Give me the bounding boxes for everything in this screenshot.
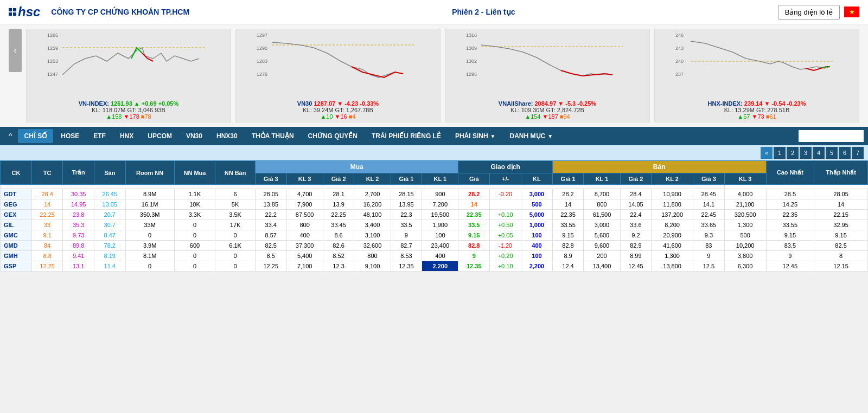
td-gia: 82.8 [458, 241, 490, 251]
td-gia: 22.35 [458, 210, 490, 220]
td-nn-ban: 6.1K [215, 241, 256, 251]
td-tc: 22.25 [31, 210, 63, 220]
td-gia1-b: 9.15 [552, 230, 584, 241]
nav-upcom[interactable]: UPCOM [141, 129, 178, 143]
nav-hnx[interactable]: HNX [113, 129, 140, 143]
page-btn-5[interactable]: 5 [826, 147, 838, 159]
td-kl2-m: 2,700 [354, 189, 391, 199]
page-btn-6[interactable]: 6 [839, 147, 851, 159]
th-ban: Bán [552, 161, 766, 173]
td-nn-ban: 0 [215, 230, 256, 241]
td-room-nn: 8.9M [125, 189, 174, 199]
svg-text:1247: 1247 [47, 72, 58, 77]
td-thap: 82.5 [814, 241, 868, 251]
nav-vn30[interactable]: VN30 [180, 129, 209, 143]
nav-search-input[interactable] [799, 130, 864, 142]
td-tc: 8.8 [31, 251, 63, 261]
th-gia1-b: Giá 1 [552, 173, 584, 185]
vnall-info: VNAllShare: 2084.97 ▼ -5.3 -0.25% KL: 10… [448, 100, 647, 120]
th-tc: TC [31, 161, 63, 185]
td-kl1-m: 900 [422, 189, 458, 199]
td-pm: -1.20 [490, 241, 521, 251]
table-row: GSP 12.25 13.1 11.4 0 0 0 12.25 7,100 12… [1, 261, 868, 272]
td-kl1-m: 400 [422, 251, 458, 261]
td-gia2-m: 12.3 [323, 261, 354, 272]
td-tran: 9.41 [63, 251, 94, 261]
carousel-prev[interactable]: ‹ [9, 29, 22, 72]
td-kl3-m: 87,500 [286, 210, 323, 220]
th-kl-gd: KL [521, 173, 553, 185]
header-right: Bảng điện lô lẻ [778, 5, 859, 20]
td-gia1-m: 9 [391, 230, 422, 241]
nav-thoa-thuan[interactable]: THỎA THUẬN [245, 129, 301, 143]
td-gia3-m: 33.4 [255, 220, 286, 230]
td-gia: 9 [458, 251, 490, 261]
td-kl1-m: 7,200 [422, 199, 458, 210]
nav-hnx30[interactable]: HNX30 [210, 129, 244, 143]
td-kl1-m-highlight: 2,200 [422, 261, 458, 272]
td-tc: 28.4 [31, 189, 63, 199]
td-kl3-m: 5,400 [286, 251, 323, 261]
td-nn-mua: 1.1K [174, 189, 215, 199]
th-mua: Mua [255, 161, 458, 173]
th-kl2-m: KL 2 [354, 173, 391, 185]
chart-hnx: 246 243 240 237 HNX-INDEX: 239.14 ▼ -0.5… [654, 29, 859, 122]
nav-hose[interactable]: HOSE [54, 129, 86, 143]
bang-dien-button[interactable]: Bảng điện lô lẻ [778, 5, 840, 20]
chart-prev-btn[interactable]: ‹ [9, 29, 22, 72]
td-kl3-b: 3,800 [724, 251, 766, 261]
page-btn-1[interactable]: 1 [774, 147, 786, 159]
td-kl3-b: 320,500 [724, 210, 766, 220]
nav-toggle-btn[interactable]: ^ [4, 130, 17, 143]
nav-trai-phieu[interactable]: TRÁI PHIẾU RIÊNG LẺ [365, 129, 448, 143]
td-tc: 84 [31, 241, 63, 251]
td-gia1-m: 28.15 [391, 189, 422, 199]
page-btn-2[interactable]: 2 [787, 147, 799, 159]
td-room-nn: 16.1M [125, 199, 174, 210]
td-room-nn: 33M [125, 220, 174, 230]
td-gia2-m: 22.25 [323, 210, 354, 220]
td-san: 8.47 [94, 230, 126, 241]
td-gia3-m: 82.5 [255, 241, 286, 251]
td-nn-mua: 10K [174, 199, 215, 210]
td-gia3-m: 13.85 [255, 199, 286, 210]
svg-text:1265: 1265 [47, 33, 58, 38]
page-prev-btn[interactable]: « [761, 147, 773, 159]
company-name: CÔNG TY CP CHỨNG KHOÁN TP.HCM [51, 8, 189, 16]
td-cao: 28.5 [766, 189, 814, 199]
td-pm: +0.50 [490, 220, 521, 230]
logo-text: hsc [18, 4, 40, 20]
td-thap: 28.05 [814, 189, 868, 199]
page-btn-7[interactable]: 7 [852, 147, 864, 159]
td-kl2-b: 41,600 [652, 241, 693, 251]
td-kl2-b: 137,200 [652, 210, 693, 220]
td-room-nn: 350.3M [125, 210, 174, 220]
td-kl2-m: 3,400 [354, 220, 391, 230]
td-ck: GIL [1, 220, 32, 230]
table-row: GMH 8.8 9.41 8.19 8.1M 0 0 8.5 5,400 8.5… [1, 251, 868, 261]
td-ck: GMH [1, 251, 32, 261]
td-kl1-b: 800 [584, 199, 620, 210]
td-tc: 33 [31, 220, 63, 230]
td-san: 11.4 [94, 261, 126, 272]
svg-text:1297: 1297 [257, 33, 267, 38]
nav-chung-quyen[interactable]: CHỨNG QUYỀN [302, 129, 364, 143]
page-btn-3[interactable]: 3 [800, 147, 812, 159]
td-gia2-m: 8.52 [323, 251, 354, 261]
td-nn-mua: 0 [174, 251, 215, 261]
td-tran: 9.73 [63, 230, 94, 241]
td-nn-mua: 0 [174, 261, 215, 272]
td-gia1-m: 13.95 [391, 199, 422, 210]
nav-chi-so[interactable]: CHỈ SỐ [18, 129, 54, 143]
td-san: 26.45 [94, 189, 126, 199]
nav-etf[interactable]: ETF [87, 129, 112, 143]
th-gia3-m: Giá 3 [255, 173, 286, 185]
td-gia3-m: 28.05 [255, 189, 286, 199]
page-btn-4[interactable]: 4 [813, 147, 825, 159]
nav-phai-sinh[interactable]: PHÁI SINH ▼ [449, 129, 502, 143]
td-kl2-b: 20,900 [652, 230, 693, 241]
td-gia2-b: 33.6 [620, 220, 652, 230]
svg-text:1290: 1290 [257, 46, 267, 51]
nav-danh-muc[interactable]: DANH MỤC ▼ [503, 129, 560, 143]
td-gia1-b: 14 [552, 199, 584, 210]
